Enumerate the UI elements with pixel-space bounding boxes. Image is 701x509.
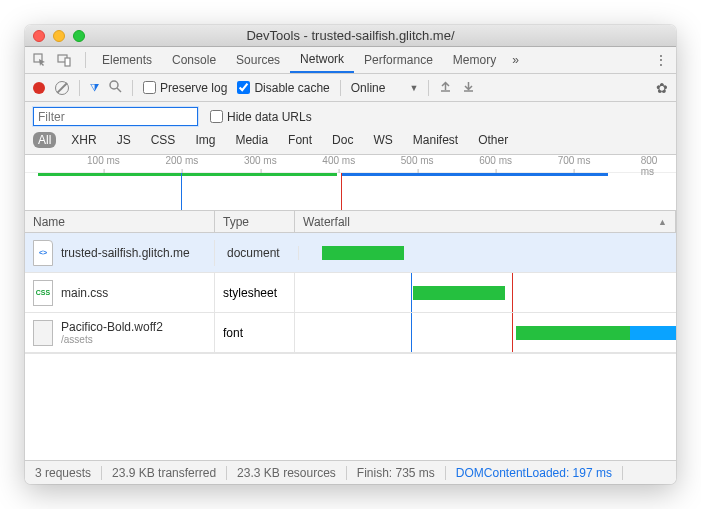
request-type: document xyxy=(227,246,280,260)
minimize-window-button[interactable] xyxy=(53,30,65,42)
file-icon xyxy=(33,320,53,346)
inspect-element-icon[interactable] xyxy=(31,51,49,69)
status-finish: Finish: 735 ms xyxy=(347,466,446,480)
filter-manifest[interactable]: Manifest xyxy=(408,132,463,148)
timeline-overview[interactable]: 100 ms200 ms300 ms400 ms500 ms600 ms700 … xyxy=(25,155,676,211)
svg-line-4 xyxy=(117,88,121,92)
table-row[interactable]: Pacifico-Bold.woff2/assetsfont xyxy=(25,313,676,353)
col-type[interactable]: Type xyxy=(215,211,295,232)
preserve-log-checkbox[interactable]: Preserve log xyxy=(143,81,227,95)
device-mode-icon[interactable] xyxy=(55,51,73,69)
settings-icon[interactable]: ✿ xyxy=(656,80,668,96)
filter-doc[interactable]: Doc xyxy=(327,132,358,148)
request-type: stylesheet xyxy=(223,286,277,300)
close-window-button[interactable] xyxy=(33,30,45,42)
timeline-tick: 200 ms xyxy=(165,155,198,166)
timeline-tick: 300 ms xyxy=(244,155,277,166)
timeline-tick: 600 ms xyxy=(479,155,512,166)
window-title: DevTools - trusted-sailfish.glitch.me/ xyxy=(25,28,676,43)
tab-console[interactable]: Console xyxy=(162,47,226,73)
request-name: trusted-sailfish.glitch.me xyxy=(61,246,190,260)
more-tabs-icon[interactable]: » xyxy=(512,53,519,67)
devtools-window: DevTools - trusted-sailfish.glitch.me/ E… xyxy=(25,25,676,484)
timeline-tick: 100 ms xyxy=(87,155,120,166)
timeline-tick: 700 ms xyxy=(558,155,591,166)
kebab-menu-icon[interactable]: ⋮ xyxy=(652,53,670,67)
table-row[interactable]: CSSmain.cssstylesheet xyxy=(25,273,676,313)
filter-input[interactable] xyxy=(33,107,198,126)
file-icon: <> xyxy=(33,240,53,266)
file-icon: CSS xyxy=(33,280,53,306)
filter-other[interactable]: Other xyxy=(473,132,513,148)
throttling-select[interactable]: Online▼ xyxy=(351,81,419,95)
search-icon[interactable] xyxy=(109,80,122,96)
timeline-tick: 500 ms xyxy=(401,155,434,166)
status-transferred: 23.9 KB transferred xyxy=(102,466,227,480)
filter-img[interactable]: Img xyxy=(190,132,220,148)
waterfall-cell xyxy=(295,313,676,352)
request-table: <>trusted-sailfish.glitch.medocumentCSSm… xyxy=(25,233,676,353)
filter-all[interactable]: All xyxy=(33,132,56,148)
col-name[interactable]: Name xyxy=(25,211,215,232)
type-filter-row: All XHR JS CSS Img Media Font Doc WS Man… xyxy=(25,129,676,155)
tab-sources[interactable]: Sources xyxy=(226,47,290,73)
waterfall-cell xyxy=(295,273,676,312)
tab-network[interactable]: Network xyxy=(290,47,354,73)
filter-css[interactable]: CSS xyxy=(146,132,181,148)
col-waterfall[interactable]: Waterfall▲ xyxy=(295,211,676,232)
hide-data-urls-checkbox[interactable]: Hide data URLs xyxy=(210,110,312,124)
tab-memory[interactable]: Memory xyxy=(443,47,506,73)
table-header: Name Type Waterfall▲ xyxy=(25,211,676,233)
timeline-tick: 400 ms xyxy=(322,155,355,166)
svg-point-3 xyxy=(110,81,118,89)
tab-performance[interactable]: Performance xyxy=(354,47,443,73)
request-name: main.css xyxy=(61,286,108,300)
titlebar: DevTools - trusted-sailfish.glitch.me/ xyxy=(25,25,676,47)
status-resources: 23.3 KB resources xyxy=(227,466,347,480)
filter-js[interactable]: JS xyxy=(112,132,136,148)
clear-button[interactable] xyxy=(55,81,69,95)
request-name: Pacifico-Bold.woff2 xyxy=(61,320,163,334)
request-type: font xyxy=(223,326,243,340)
filter-media[interactable]: Media xyxy=(230,132,273,148)
svg-rect-2 xyxy=(65,58,70,66)
filter-icon[interactable]: ⧩ xyxy=(90,81,99,94)
table-row[interactable]: <>trusted-sailfish.glitch.medocument xyxy=(25,233,676,273)
status-requests: 3 requests xyxy=(25,466,102,480)
status-dcl: DOMContentLoaded: 197 ms xyxy=(446,466,623,480)
window-controls xyxy=(33,30,85,42)
download-har-icon[interactable] xyxy=(462,80,475,96)
disable-cache-checkbox[interactable]: Disable cache xyxy=(237,81,329,95)
status-bar: 3 requests 23.9 KB transferred 23.3 KB r… xyxy=(25,460,676,484)
maximize-window-button[interactable] xyxy=(73,30,85,42)
filter-xhr[interactable]: XHR xyxy=(66,132,101,148)
network-toolbar: ⧩ Preserve log Disable cache Online▼ ✿ xyxy=(25,74,676,102)
filter-row: Hide data URLs xyxy=(25,102,676,129)
upload-har-icon[interactable] xyxy=(439,80,452,96)
filter-font[interactable]: Font xyxy=(283,132,317,148)
tab-elements[interactable]: Elements xyxy=(92,47,162,73)
main-tabs: Elements Console Sources Network Perform… xyxy=(25,47,676,74)
record-button[interactable] xyxy=(33,82,45,94)
filter-ws[interactable]: WS xyxy=(368,132,397,148)
